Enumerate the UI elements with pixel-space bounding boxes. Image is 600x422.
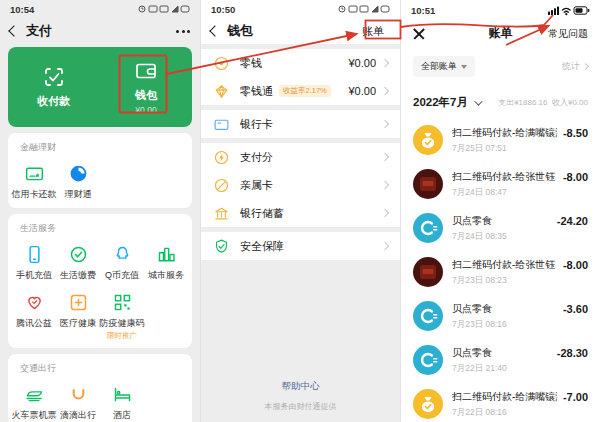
status-icons xyxy=(338,4,390,14)
merchant-logo xyxy=(413,345,443,375)
chevron-right-icon xyxy=(582,63,589,70)
caret-down-icon xyxy=(461,65,467,69)
wallet-row-lingqiantong[interactable]: 零钱通 收益率2.17% ¥0.00 xyxy=(201,77,400,105)
service-item-health-code[interactable]: 防疫健康码 限时推广 xyxy=(100,285,144,344)
faq-link[interactable]: 常见问题 xyxy=(548,27,588,41)
gem-icon xyxy=(213,83,230,100)
money-bag-icon xyxy=(413,389,443,419)
shield-check-icon xyxy=(213,238,230,255)
wallet-navbar: 钱包 账单 xyxy=(201,18,400,44)
service-item-train-flight-tickets[interactable]: 火车票机票 xyxy=(12,377,56,422)
train-ticket-icon xyxy=(24,384,45,405)
medical-icon xyxy=(68,292,89,313)
contact-avatar xyxy=(413,169,443,199)
charity-heart-icon xyxy=(24,292,45,313)
status-time: 10:50 xyxy=(211,4,235,15)
transaction-row[interactable]: 贝点零食 -24.20 7月24日 08:35 xyxy=(401,206,600,250)
service-item-credit-card-repay[interactable]: 信用卡还款 xyxy=(12,156,56,204)
scan-qr-icon xyxy=(42,65,66,89)
transport-section-card: 交通出行 火车票机票 滴滴出行 xyxy=(8,354,192,422)
page-title: 钱包 xyxy=(227,22,253,40)
status-bar: 10:51 xyxy=(401,0,600,21)
provider-note: 本服务由财付通提供 xyxy=(201,401,400,412)
wallet-amount: ¥0.00 xyxy=(135,105,156,115)
finance-section-card: 金融理财 信用卡还款 理财通 xyxy=(8,133,192,208)
service-item-tencent-charity[interactable]: 腾讯公益 xyxy=(12,285,56,344)
transaction-row[interactable]: 贝点零食 -3.60 7月23日 08:16 xyxy=(401,294,600,338)
transaction-row[interactable]: 扫二维码付款-给张世钰 -8.00 7月23日 08:23 xyxy=(401,250,600,294)
didi-icon xyxy=(68,384,89,405)
licaitong-icon xyxy=(68,163,89,184)
service-item-hotel[interactable]: 酒店 xyxy=(100,377,144,422)
merchant-logo xyxy=(413,213,443,243)
pay-navbar: 支付 xyxy=(0,18,200,44)
receive-pay-button[interactable]: 收付款 xyxy=(8,47,100,127)
section-title: 生活服务 xyxy=(12,220,188,237)
bill-filter-row: 全部账单 统计 xyxy=(401,46,600,85)
service-item-licaitong[interactable]: 理财通 xyxy=(56,156,100,204)
transaction-row[interactable]: 扫二维码付款-给满嘴镶汤包(... -7.00 7月22日 08:16 xyxy=(401,382,600,422)
service-item-city-services[interactable]: 城市服务 xyxy=(144,237,188,285)
wallet-row-lingqian[interactable]: 零钱 ¥0.00 xyxy=(201,49,400,77)
page-title: 支付 xyxy=(26,22,52,40)
wallet-icon xyxy=(134,59,158,83)
contact-avatar xyxy=(413,257,443,287)
wallet-button[interactable]: 钱包 ¥0.00 xyxy=(100,47,192,127)
status-bar: 10:54 xyxy=(0,0,200,18)
row-value: ¥0.00 xyxy=(348,85,376,97)
bank-savings-icon xyxy=(213,205,230,222)
family-card-icon xyxy=(213,177,230,194)
wallet-row-security[interactable]: 安全保障 xyxy=(201,232,400,260)
chevron-right-icon xyxy=(381,120,389,128)
merchant-logo xyxy=(413,301,443,331)
service-item-mobile-topup[interactable]: 手机充值 xyxy=(12,237,56,285)
wallet-label: 钱包 xyxy=(135,88,157,103)
bill-entry-button[interactable]: 账单 xyxy=(356,23,390,40)
service-item-didi[interactable]: 滴滴出行 xyxy=(56,377,100,422)
chevron-right-icon xyxy=(381,181,389,189)
chevron-right-icon xyxy=(381,87,389,95)
transaction-row[interactable]: 扫二维码付款-给张世钰 -8.00 7月24日 08:47 xyxy=(401,162,600,206)
statistics-link[interactable]: 统计 xyxy=(562,60,588,73)
pay-green-card: 收付款 钱包 ¥0.00 xyxy=(8,47,192,127)
credit-card-icon xyxy=(24,163,45,184)
month-selector[interactable]: 2022年7月 xyxy=(413,95,480,110)
wallet-footer: 帮助中心 本服务由财付通提供 xyxy=(201,380,400,422)
chevron-down-icon xyxy=(474,97,482,105)
chevron-right-icon xyxy=(381,209,389,217)
row-value: ¥0.00 xyxy=(348,57,376,69)
city-services-icon xyxy=(156,244,177,265)
status-icons xyxy=(548,5,590,16)
all-bills-filter[interactable]: 全部账单 xyxy=(413,56,475,77)
more-icon[interactable] xyxy=(176,30,190,33)
transaction-row[interactable]: 贝点零食 -28.30 7月22日 21:40 xyxy=(401,338,600,382)
help-center-link[interactable]: 帮助中心 xyxy=(201,380,400,393)
qcoin-icon xyxy=(112,244,133,265)
wallet-page-panel: 10:50 钱包 账单 零钱 ¥0.00 xyxy=(200,0,400,422)
transaction-list: 扫二维码付款-给满嘴镶汤包(... -8.50 7月25日 07:51 扫二维码… xyxy=(401,118,600,422)
back-icon[interactable] xyxy=(8,25,19,36)
transaction-row[interactable]: 扫二维码付款-给满嘴镶汤包(... -8.50 7月25日 07:51 xyxy=(401,118,600,162)
section-title: 金融理财 xyxy=(12,139,188,156)
month-summary: 支出¥1886.16 收入¥0.00 xyxy=(498,97,588,108)
wallet-row-bank-cards[interactable]: 银行卡 xyxy=(201,110,400,138)
promo-badge: 限时推广 xyxy=(107,331,137,341)
service-item-medical-health[interactable]: 医疗健康 xyxy=(56,285,100,344)
chevron-right-icon xyxy=(381,242,389,250)
status-icons xyxy=(138,4,190,14)
yield-badge: 收益率2.17% xyxy=(279,85,331,97)
pay-score-icon xyxy=(213,149,230,166)
mobile-topup-icon xyxy=(24,244,45,265)
back-icon[interactable] xyxy=(209,25,220,36)
service-item-utilities[interactable]: 生活缴费 xyxy=(56,237,100,285)
pay-page-panel: 10:54 支付 xyxy=(0,0,200,422)
service-item-qcoin[interactable]: Q币充值 xyxy=(100,237,144,285)
wallet-row-pay-score[interactable]: 支付分 xyxy=(201,143,400,171)
chevron-right-icon xyxy=(381,153,389,161)
wallet-row-family-card[interactable]: 亲属卡 xyxy=(201,171,400,199)
wechat-pay-tutorial-screenshot: 10:54 支付 xyxy=(0,0,600,422)
wallet-row-bank-savings[interactable]: 银行储蓄 xyxy=(201,199,400,227)
status-time: 10:54 xyxy=(10,4,34,15)
life-services-section-card: 生活服务 手机充值 生活缴费 xyxy=(8,214,192,348)
utilities-icon xyxy=(68,244,89,265)
